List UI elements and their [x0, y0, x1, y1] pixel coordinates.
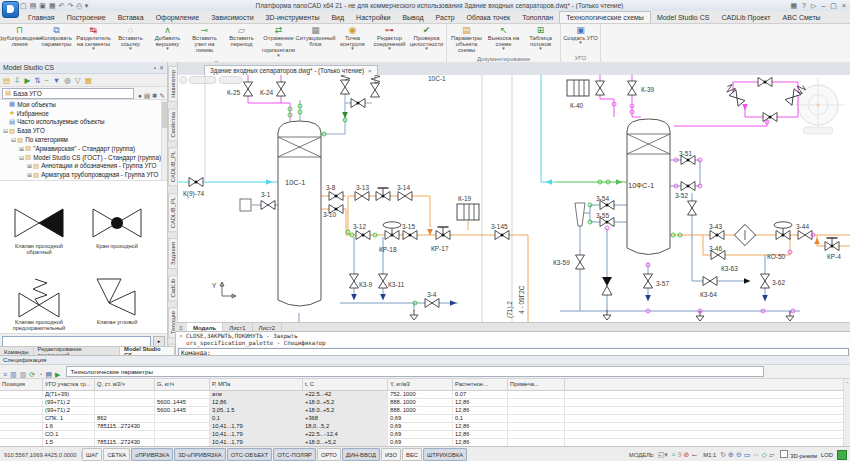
status-view-icon-4[interactable]: ⇔: [752, 451, 759, 458]
status-view-icon-1[interactable]: ⊕: [728, 451, 734, 458]
palette-tool-3[interactable]: ⇅: [34, 75, 40, 86]
status-toggle-ДИН-ВВОД[interactable]: ДИН-ВВОД: [342, 448, 380, 461]
ribbon-tab[interactable]: Построение: [61, 12, 112, 23]
spec-table-scrollbar[interactable]: ⌄: [843, 379, 850, 447]
status-icon-3[interactable]: ⌙: [691, 451, 697, 458]
lod-label[interactable]: LOD: [821, 452, 833, 458]
ribbon-button[interactable]: ↹Разделитель на сегменты▼: [75, 24, 112, 52]
ribbon-tab[interactable]: Настройки: [350, 12, 396, 23]
mode3d-toggle[interactable]: 3D-режим: [780, 450, 817, 459]
column-header[interactable]: Расчетное...: [453, 379, 508, 390]
status-view-icon-5[interactable]: ◇: [761, 451, 766, 458]
table-row[interactable]: 1.6785115...27243010,41...1,7918,0...5,2…: [0, 423, 850, 431]
status-toggle-СЕТКА[interactable]: СЕТКА: [103, 448, 130, 461]
ribbon-button[interactable]: ⇄Отражение по горизонтали▼: [260, 24, 297, 59]
quick-access-button-2[interactable]: ▣: [39, 1, 46, 11]
status-icon-2[interactable]: ⊘: [684, 451, 690, 458]
quick-access-button-0[interactable]: ▢: [20, 1, 27, 11]
table-row[interactable]: (99+71).25600..14453,05..1.5+18.0..+5.28…: [0, 407, 850, 415]
specification-table[interactable]: ПозицияУГО участка тр...Q, ст. м3/чG, кг…: [0, 379, 850, 447]
palette-tool-1[interactable]: ⇩: [14, 75, 20, 86]
spec-tool-6[interactable]: ▶: [55, 371, 60, 378]
window-button-4[interactable]: ▢: [830, 1, 837, 11]
ribbon-tab[interactable]: CADLib Проект: [715, 12, 776, 23]
ribbon-button[interactable]: ◌Вставить ссылку▼: [112, 24, 149, 52]
spec-tool-1[interactable]: ▥: [10, 371, 17, 378]
side-tab[interactable]: Навигатор: [168, 66, 178, 102]
status-toggle-ИЗО[interactable]: ИЗО: [381, 448, 401, 461]
tree-item[interactable]: ▦Мои объекты: [0, 100, 167, 109]
palette-tool-2[interactable]: ▶: [24, 75, 30, 86]
ribbon-button[interactable]: ⊸Вставить узел на линию: [186, 24, 223, 55]
status-toggle-ОТС-ПОЛЯР[interactable]: ОТС-ПОЛЯР: [273, 448, 316, 461]
drawing-canvas[interactable]: К-25К-2410С-1К(9)-7410С-13-13-83-103-133…: [178, 75, 850, 322]
palette-tool-6[interactable]: ◎: [64, 75, 71, 86]
ribbon-button[interactable]: ⊓Трубопроводная линия: [1, 24, 38, 48]
side-tab[interactable]: CadLib Про...: [168, 275, 178, 301]
ribbon-tab[interactable]: Растр: [430, 12, 461, 23]
palette-combo-icon-3[interactable]: ✎: [160, 92, 165, 99]
palette-tool-8[interactable]: ▦: [85, 75, 92, 86]
palette-tool-4[interactable]: −: [44, 75, 48, 86]
sheet-menu-icon[interactable]: ≡: [175, 325, 187, 331]
column-header[interactable]: УГО участка тр...: [43, 379, 95, 390]
side-tab[interactable]: Свойства э...: [168, 108, 178, 141]
symbol-ball-valve[interactable]: Кран проходной: [78, 181, 156, 257]
quick-access-button-4[interactable]: ↶: [59, 1, 65, 11]
ribbon-button[interactable]: ▣Создать УГО▼: [562, 24, 599, 46]
base-ugo-combobox[interactable]: ▤ База УГО: [2, 88, 134, 99]
spec-tool-2[interactable]: ▥: [20, 371, 27, 378]
ribbon-button[interactable]: ↖Выноска на схеме▼: [485, 24, 522, 52]
navigation-wheel[interactable]: [791, 78, 845, 134]
model-space-label[interactable]: МОДЕЛЬ: [629, 452, 654, 458]
tree-item[interactable]: ⊟▨База УГО: [0, 126, 167, 135]
column-header[interactable]: G, кг/ч: [155, 379, 210, 390]
ribbon-tab[interactable]: Облака точек: [461, 12, 517, 23]
side-tab[interactable]: CADLIB_PL: [168, 193, 178, 232]
spec-tool-4[interactable]: ◔: [38, 371, 42, 378]
tree-expander-icon[interactable]: ⊞: [18, 145, 25, 152]
tree-expander-icon[interactable]: ⊟: [10, 136, 17, 143]
ribbon-tab[interactable]: Зависимости: [205, 12, 259, 23]
close-icon[interactable]: ×: [368, 68, 372, 74]
ribbon-button[interactable]: ⧉Копировать параметры: [38, 24, 75, 48]
command-gutter[interactable]: ×: [177, 333, 185, 347]
table-row[interactable]: (99+71).25600..144512,86+18.0..+5.2888..…: [0, 399, 850, 407]
status-toggle-оПРИВЯЗКА[interactable]: оПРИВЯЗКА: [131, 448, 173, 461]
table-row[interactable]: Д(71+39)атм+22.5..-42752..10000.07: [0, 391, 850, 399]
ribbon-button[interactable]: ◉Точка контроля▼: [334, 24, 371, 52]
quick-access-button-3[interactable]: ▦: [49, 1, 56, 11]
spec-mode-combobox[interactable]: Технологические параметры: [66, 366, 764, 377]
status-icon-0[interactable]: ≈: [672, 451, 676, 458]
ribbon-tab[interactable]: Вывод: [396, 12, 429, 23]
symbol-check-valve[interactable]: Клапан проходной обратный: [0, 181, 78, 257]
spec-tool-5[interactable]: ▤: [45, 371, 52, 378]
spec-tool-0[interactable]: ≡: [3, 371, 7, 378]
ribbon-tab[interactable]: Model Studio CS: [651, 12, 716, 23]
column-header[interactable]: Позиция: [0, 379, 43, 390]
ribbon-button[interactable]: ▤Параметры объекта схемы: [448, 24, 485, 55]
column-header[interactable]: Y, кг/м3: [388, 379, 453, 390]
palette-tool-7[interactable]: ▽: [75, 75, 81, 86]
quick-access-button-5[interactable]: ↷: [67, 1, 73, 11]
status-view-icon-3[interactable]: ▭: [744, 451, 751, 458]
ribbon-button[interactable]: ⊞Таблица потоков▼: [522, 24, 559, 52]
spec-tool-3[interactable]: ⟳: [29, 371, 35, 378]
ribbon-button[interactable]: ∧Добавить вершину▼: [149, 24, 186, 52]
palette-combo-icon-1[interactable]: ▤: [144, 92, 150, 99]
window-button-3[interactable]: –: [821, 1, 825, 11]
ribbon-tab[interactable]: Топоплан: [516, 12, 559, 23]
ribbon-tab[interactable]: Вставка: [112, 12, 150, 23]
tree-item[interactable]: ⊟▨Model Studio CS (ГОСТ) - Стандарт (гру…: [0, 153, 167, 162]
tree-expander-icon[interactable]: ⊟: [2, 127, 9, 134]
column-header[interactable]: Примеча...: [508, 379, 565, 390]
window-button-0[interactable]: ▦: [790, 1, 797, 11]
ribbon-tab[interactable]: Вид: [325, 12, 350, 23]
table-row[interactable]: СО.110,41...1,79+22.5...-12,40,6912,86: [0, 431, 850, 439]
scale-indicator[interactable]: М1:1: [703, 452, 716, 458]
status-view-icon-6[interactable]: ▱: [769, 451, 774, 458]
table-row[interactable]: СПК. 18620,1+3680,690,1: [0, 415, 850, 423]
tree-item[interactable]: ▤Часто используемые объекты: [0, 118, 167, 127]
tree-item[interactable]: ⊞▨Арматура трубопроводная - Группа УГО: [0, 170, 167, 179]
tree-scrollbar[interactable]: [161, 100, 167, 180]
